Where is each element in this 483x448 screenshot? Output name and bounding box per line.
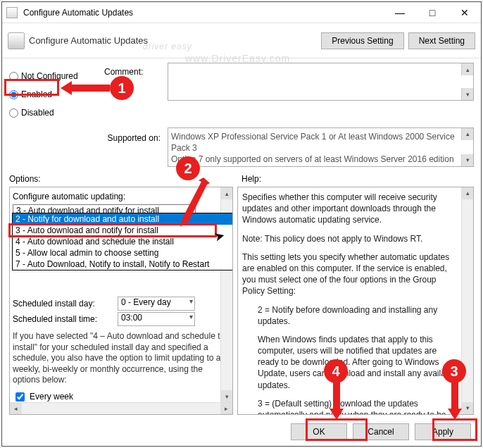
scroll-up-icon[interactable]: ▴ <box>461 63 473 75</box>
annotation-circle-2: 2 <box>176 156 200 180</box>
scroll-right-icon[interactable]: ▸ <box>220 403 232 414</box>
annotation-circle-3: 3 <box>442 359 466 383</box>
scroll-down-icon[interactable]: ▾ <box>461 88 473 100</box>
svg-marker-1 <box>180 178 210 227</box>
help-p5: When Windows finds updates that apply to… <box>242 334 459 391</box>
scroll-up-icon[interactable]: ▴ <box>462 187 473 199</box>
dropdown-option-5[interactable]: 5 - Allow local admin to choose setting <box>13 247 233 259</box>
every-week-checkbox[interactable] <box>15 392 25 402</box>
scroll-up-icon[interactable]: ▴ <box>221 187 232 199</box>
panes: Configure automatic updating: 3 - Auto d… <box>2 187 481 418</box>
comment-label: Comment: <box>104 63 168 77</box>
dropdown-option-7[interactable]: 7 - Auto Download, Notify to install, No… <box>13 259 233 270</box>
help-p6: 3 = (Default setting) Download the updat… <box>242 398 459 415</box>
annotation-arrow-1 <box>61 80 110 97</box>
annotation-circle-4: 4 <box>324 359 348 383</box>
supported-text: Windows XP Professional Service Pack 1 o… <box>168 127 474 167</box>
schedule-note: If you have selected "4 – Auto download … <box>13 331 230 386</box>
scroll-down-icon[interactable]: ▾ <box>462 402 473 414</box>
help-p2: Note: This policy does not apply to Wind… <box>242 233 459 244</box>
previous-setting-button[interactable]: Previous Setting <box>321 32 403 49</box>
scroll-down-icon[interactable]: ▾ <box>221 390 232 402</box>
next-setting-button[interactable]: Next Setting <box>408 32 475 49</box>
svg-marker-2 <box>448 380 462 420</box>
scroll-down-icon[interactable]: ▾ <box>461 154 473 166</box>
minimize-button[interactable]: — <box>384 2 416 23</box>
annotation-arrow-4 <box>328 380 345 420</box>
every-week-label: Every week <box>30 392 73 402</box>
radio-disabled-label: Disabled <box>21 108 54 118</box>
annotation-circle-1: 1 <box>110 76 134 100</box>
app-icon <box>6 7 18 18</box>
svg-marker-3 <box>330 380 344 420</box>
dropdown-option-4[interactable]: 4 - Auto download and schedule the insta… <box>13 236 233 247</box>
svg-marker-0 <box>61 81 110 95</box>
supported-row: Supported on: Windows XP Professional Se… <box>2 123 481 168</box>
policy-icon <box>8 32 25 49</box>
help-p4: 2 = Notify before downloading and instal… <box>242 304 459 327</box>
ok-button[interactable]: OK <box>291 423 347 440</box>
supported-label: Supported on: <box>9 127 168 167</box>
panes-labels: Options: Help: <box>2 168 481 187</box>
radio-disabled[interactable]: Disabled <box>9 104 104 122</box>
radio-enabled-label: Enabled <box>21 89 52 99</box>
annotation-arrow-3 <box>446 380 463 420</box>
install-time-value: 03:00 <box>121 313 142 323</box>
supported-text-value: Windows XP Professional Service Pack 1 o… <box>171 132 457 164</box>
help-pane: Specifies whether this computer will rec… <box>237 187 474 415</box>
window-title: Configure Automatic Updates <box>22 8 384 18</box>
help-p3: This setting lets you specify whether au… <box>242 251 459 297</box>
policy-title: Configure Automatic Updates <box>29 35 317 46</box>
help-label: Help: <box>242 174 474 184</box>
annotation-arrow-2 <box>179 178 214 227</box>
scroll-up-icon[interactable]: ▴ <box>461 128 473 140</box>
install-day-dropdown[interactable]: 0 - Every day <box>118 297 195 311</box>
install-time-dropdown[interactable]: 03:00 <box>118 312 195 326</box>
cancel-button[interactable]: Cancel <box>353 423 409 440</box>
help-p1: Specifies whether this computer will rec… <box>242 192 459 226</box>
dialog-footer: OK Cancel Apply <box>2 418 481 446</box>
apply-button[interactable]: Apply <box>415 423 471 440</box>
install-day-label: Scheduled install day: <box>13 299 115 309</box>
options-hscroll[interactable]: ◂▸ <box>10 402 232 414</box>
dialog-window: driver easy www.DriverEasy.com Configure… <box>1 1 482 447</box>
header: Configure Automatic Updates Previous Set… <box>2 23 481 58</box>
install-time-label: Scheduled install time: <box>13 314 115 324</box>
scroll-left-icon[interactable]: ◂ <box>10 403 22 414</box>
titlebar: Configure Automatic Updates — □ ✕ <box>2 2 481 23</box>
maximize-button[interactable]: □ <box>416 2 448 23</box>
comment-textarea[interactable]: ▴ ▾ <box>168 63 474 101</box>
close-button[interactable]: ✕ <box>448 2 481 23</box>
install-day-value: 0 - Every day <box>121 297 171 307</box>
